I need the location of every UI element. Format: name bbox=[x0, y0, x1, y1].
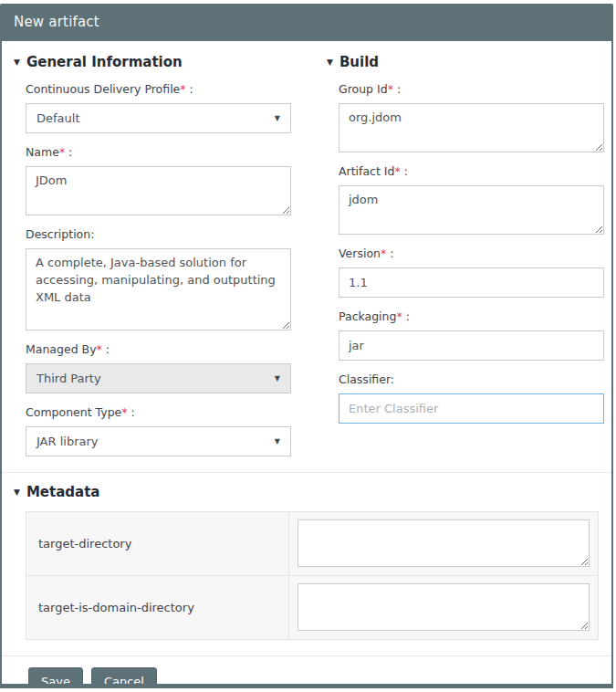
selected-value: JAR library bbox=[37, 435, 99, 448]
version-field[interactable] bbox=[339, 267, 604, 298]
build-header[interactable]: ▼ Build bbox=[327, 54, 604, 70]
field-artifact-id: Artifact Id* : jdom bbox=[339, 164, 604, 235]
build-section: ▼ Build Group Id* : org.jdom Artifact Id… bbox=[326, 48, 604, 456]
group-id-label: Group Id* : bbox=[339, 82, 604, 96]
field-group-id: Group Id* : org.jdom bbox=[339, 82, 604, 152]
table-row: target-directory bbox=[26, 512, 598, 575]
new-artifact-dialog: New artifact ▼ General Information Conti… bbox=[0, 4, 613, 688]
dialog-body: ▼ General Information Continuous Deliver… bbox=[0, 41, 613, 688]
field-version: Version* : bbox=[339, 246, 604, 298]
general-information-header[interactable]: ▼ General Information bbox=[14, 54, 291, 70]
field-name: Name* : JDom bbox=[26, 145, 291, 215]
artifact-id-label: Artifact Id* : bbox=[339, 164, 604, 178]
managed-by-label: Managed By* : bbox=[26, 342, 291, 356]
section-title: General Information bbox=[26, 54, 183, 70]
divider bbox=[2, 472, 611, 473]
general-information-section: ▼ General Information Continuous Deliver… bbox=[13, 48, 291, 456]
metadata-key: target-is-domain-directory bbox=[26, 576, 289, 639]
metadata-key: target-directory bbox=[26, 512, 289, 575]
metadata-section: ▼ Metadata target-directory target-is-do… bbox=[13, 484, 604, 640]
description-label: Description: bbox=[26, 227, 291, 241]
section-title: Metadata bbox=[26, 484, 100, 500]
name-label: Name* : bbox=[26, 145, 291, 159]
target-directory-field[interactable] bbox=[298, 519, 590, 567]
target-is-domain-directory-field[interactable] bbox=[298, 583, 590, 631]
chevron-down-icon: ▼ bbox=[275, 374, 280, 383]
metadata-value-cell bbox=[289, 512, 598, 575]
chevron-down-icon: ▼ bbox=[275, 437, 280, 446]
group-id-field[interactable]: org.jdom bbox=[339, 103, 604, 152]
chevron-down-icon: ▼ bbox=[275, 114, 280, 122]
cancel-button[interactable]: Cancel bbox=[91, 667, 157, 688]
collapse-caret-icon[interactable]: ▼ bbox=[14, 58, 20, 67]
dialog-title: New artifact bbox=[0, 4, 613, 41]
save-button[interactable]: Save bbox=[28, 667, 83, 688]
artifact-id-field[interactable]: jdom bbox=[339, 185, 604, 235]
classifier-field[interactable] bbox=[339, 393, 604, 424]
field-packaging: Packaging* : bbox=[339, 309, 604, 361]
selected-value: Third Party bbox=[37, 372, 101, 385]
continuous-delivery-profile-label: Continuous Delivery Profile* : bbox=[26, 82, 291, 96]
dialog-footer: Save Cancel bbox=[13, 656, 604, 688]
metadata-header[interactable]: ▼ Metadata bbox=[14, 484, 604, 500]
field-description: Description: A complete, Java-based solu… bbox=[26, 227, 291, 330]
table-row: target-is-domain-directory bbox=[26, 575, 598, 639]
component-type-select[interactable]: JAR library ▼ bbox=[26, 426, 291, 456]
version-label: Version* : bbox=[339, 246, 604, 260]
packaging-field[interactable] bbox=[339, 330, 604, 361]
continuous-delivery-profile-select[interactable]: Default ▼ bbox=[26, 103, 291, 133]
managed-by-select: Third Party ▼ bbox=[26, 363, 291, 393]
metadata-table: target-directory target-is-domain-direct… bbox=[26, 511, 599, 640]
description-field[interactable]: A complete, Java-based solution for acce… bbox=[26, 248, 291, 330]
field-classifier: Classifier: bbox=[339, 372, 604, 424]
collapse-caret-icon[interactable]: ▼ bbox=[327, 58, 333, 67]
collapse-caret-icon[interactable]: ▼ bbox=[14, 488, 20, 497]
classifier-label: Classifier: bbox=[339, 372, 604, 386]
component-type-label: Component Type* : bbox=[26, 405, 291, 419]
field-continuous-delivery-profile: Continuous Delivery Profile* : Default ▼ bbox=[26, 82, 291, 133]
packaging-label: Packaging* : bbox=[339, 309, 604, 323]
metadata-value-cell bbox=[289, 576, 598, 639]
field-component-type: Component Type* : JAR library ▼ bbox=[26, 405, 291, 456]
name-field[interactable]: JDom bbox=[26, 166, 291, 215]
selected-value: Default bbox=[37, 111, 80, 125]
section-title: Build bbox=[339, 54, 379, 70]
field-managed-by: Managed By* : Third Party ▼ bbox=[26, 342, 291, 393]
